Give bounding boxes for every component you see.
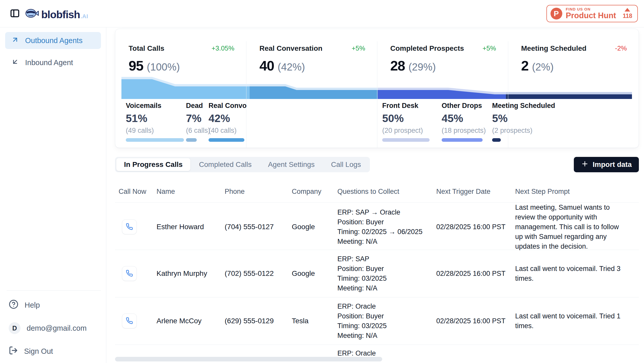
app-window: blobfish .AI P FIND US ON Product Hunt 1… — [0, 0, 644, 363]
tab-agent-settings[interactable]: Agent Settings — [260, 158, 322, 171]
blobfish-logo-icon — [25, 7, 39, 20]
stat-share: (100%) — [147, 61, 180, 73]
col-header-company: Company — [288, 183, 334, 202]
sidebar-item-outbound-agents[interactable]: Outbound Agents — [5, 32, 101, 49]
question-line: Timing: 03/2025 — [337, 274, 433, 283]
stat-value: 95 — [129, 58, 143, 74]
tab-completed-calls[interactable]: Completed Calls — [191, 158, 259, 171]
stat-delta: +5% — [352, 44, 365, 52]
card-divider — [377, 41, 377, 148]
next-trigger-cell: 02/28/2025 16:00 PST — [433, 223, 512, 231]
product-hunt-badge[interactable]: P FIND US ON Product Hunt 118 — [546, 5, 638, 22]
stat-label: Real Conversation — [259, 44, 323, 53]
question-line: ERP: Oracle — [337, 301, 433, 311]
tab-in-progress-calls[interactable]: In Progress Calls — [116, 158, 190, 171]
product-hunt-votes: 118 — [623, 13, 632, 19]
main-content: Total Calls +3.05% 95 (100%) Real Conver… — [106, 27, 644, 363]
sidebar-footer: Help D demo@gmail.com Sign Out — [7, 290, 101, 358]
col-header-call-now: Call Now — [115, 183, 153, 202]
question-line: ERP: SAP → Oracle — [337, 207, 433, 217]
product-hunt-texts: FIND US ON Product Hunt — [566, 7, 616, 20]
stat-breakdown: Voicemails 51% (49 calls) — [126, 102, 184, 142]
sidebar: Outbound Agents Inbound Agent — [0, 27, 106, 363]
tab-call-logs[interactable]: Call Logs — [323, 158, 369, 171]
sidebar-toggle-button[interactable] — [9, 8, 20, 19]
stat-value: 40 — [259, 58, 274, 74]
questions-cell: ERP: SAPPosition: BuyerTiming: 03/2025Me… — [334, 254, 433, 293]
breakdown-count: (18 prospects) — [442, 127, 486, 135]
logo-suffix: .AI — [80, 13, 88, 20]
phone-icon — [126, 270, 133, 278]
stat-label: Total Calls — [129, 44, 164, 53]
table-header-row: Call Now Name Phone Company Questions to… — [115, 183, 639, 202]
breakdown-count: (2 prospects) — [492, 127, 555, 135]
breakdown-value: 45% — [442, 112, 486, 125]
help-button[interactable]: Help — [7, 298, 101, 312]
breakdown-label: Real Convo — [209, 102, 247, 110]
user-email: demo@gmail.com — [27, 324, 87, 332]
breakdown-count: (20 prospect) — [382, 127, 430, 135]
app-logo: blobfish .AI — [25, 7, 88, 20]
stat-card-total-calls: Total Calls +3.05% 95 (100%) — [115, 29, 246, 74]
sidebar-item-label: Outbound Agents — [25, 36, 82, 45]
sidebar-item-inbound-agent[interactable]: Inbound Agent — [5, 54, 101, 71]
next-trigger-cell: 02/28/2025 16:00 PST — [433, 317, 512, 325]
breakdown-bar — [186, 138, 197, 142]
company-cell: Google — [288, 223, 334, 231]
next-step-cell: Last call went to voicemail. Tried 1 tim… — [512, 311, 639, 331]
phone-cell: (629) 555-0129 — [221, 317, 288, 325]
breakdown-label: Meeting Scheduled — [492, 102, 555, 110]
breakdown-value: 50% — [382, 112, 430, 125]
col-header-next-trigger: Next Trigger Date — [433, 183, 512, 202]
breakdown-count: (6 calls) — [186, 127, 210, 135]
stat-card-real-conversation: Real Conversation +5% 40 (42%) — [246, 29, 377, 74]
name-cell: Esther Howard — [153, 223, 221, 231]
question-line: Position: Buyer — [337, 311, 433, 321]
breakdown-bar — [209, 138, 244, 142]
stat-delta: +5% — [482, 44, 496, 52]
product-hunt-name: Product Hunt — [566, 11, 616, 20]
tab-bar: In Progress Calls Completed Calls Agent … — [115, 157, 370, 172]
help-label: Help — [25, 301, 40, 309]
stat-delta: -2% — [615, 44, 627, 52]
breakdown-count: (49 calls) — [126, 127, 184, 135]
call-button[interactable] — [122, 219, 137, 234]
company-cell: Google — [288, 269, 334, 278]
help-circle-icon — [9, 299, 18, 311]
next-step-cell: Last meeting, Samuel wants to review the… — [512, 203, 639, 251]
phone-cell: (702) 555-0122 — [221, 269, 288, 278]
stat-share: (42%) — [278, 61, 305, 73]
call-button[interactable] — [122, 314, 137, 328]
logo-text: blobfish — [41, 9, 80, 20]
stat-breakdown: Real Convo 42% (40 calls) — [209, 102, 247, 142]
import-data-button[interactable]: Import data — [574, 157, 639, 172]
product-hunt-tagline: FIND US ON — [566, 7, 616, 11]
horizontal-scrollbar-thumb[interactable] — [115, 357, 382, 361]
breakdown-bar — [382, 138, 430, 142]
upvote-triangle-icon — [625, 8, 630, 12]
product-hunt-logo-icon: P — [550, 8, 562, 19]
questions-cell: ERP: SAP → OraclePosition: BuyerTiming: … — [334, 207, 433, 246]
panel-left-icon — [10, 8, 20, 19]
name-cell: Arlene McCoy — [153, 317, 221, 325]
col-header-phone: Phone — [221, 183, 288, 202]
sign-out-button[interactable]: Sign Out — [7, 344, 101, 358]
breakdown-value: 42% — [209, 112, 247, 125]
breakdown-value: 7% — [186, 112, 210, 125]
col-header-questions: Questions to Collect — [334, 183, 433, 202]
user-avatar: D — [9, 322, 20, 334]
stat-breakdown: Front Desk 50% (20 prospect) — [382, 102, 430, 142]
account-item[interactable]: D demo@gmail.com — [7, 321, 101, 335]
plus-icon — [581, 160, 589, 169]
breakdown-count: (40 calls) — [209, 127, 247, 135]
stat-breakdown: Meeting Scheduled 5% (2 prospects) — [492, 102, 555, 142]
call-button[interactable] — [122, 266, 137, 281]
stat-card-completed-prospects: Completed Prospects +5% 28 (29%) — [377, 29, 508, 74]
name-cell: Kathryn Murphy — [153, 269, 221, 278]
breakdown-label: Voicemails — [126, 102, 184, 110]
question-line: ERP: SAP — [337, 254, 433, 264]
question-line: Meeting: N/A — [337, 237, 433, 246]
calls-table: Call Now Name Phone Company Questions to… — [115, 183, 639, 363]
question-line: Meeting: N/A — [337, 283, 433, 293]
breakdown-label: Other Drops — [442, 102, 486, 110]
